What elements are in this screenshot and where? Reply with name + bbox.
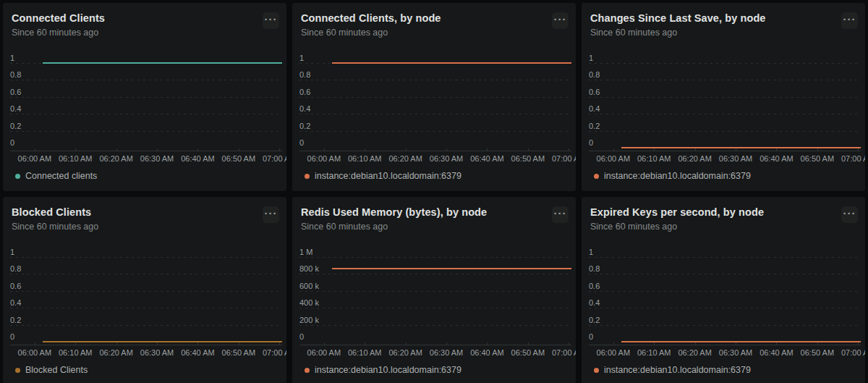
x-axis-tick <box>116 342 117 345</box>
x-axis-line <box>10 151 282 151</box>
gridline <box>299 80 571 80</box>
panel-title: Expired Keys per second, by node <box>590 206 833 218</box>
x-axis-tick <box>239 148 239 151</box>
x-axis-tick <box>858 148 859 151</box>
y-axis-label: 0.2 <box>299 122 310 130</box>
panel-title: Changes Since Last Save, by node <box>590 12 833 24</box>
x-axis-label: 06:20 AM <box>99 348 132 358</box>
panel-menu-button[interactable]: ··· <box>841 206 858 223</box>
x-axis-tick <box>695 148 696 151</box>
legend-label: Connected clients <box>25 171 97 181</box>
x-axis-tick <box>35 148 35 151</box>
gridline <box>589 291 861 292</box>
y-axis-label: 0.2 <box>10 122 21 130</box>
plot-area: 10.80.60.40.20 <box>299 63 571 148</box>
panel-subtitle: Since 60 minutes ago <box>301 28 544 38</box>
y-axis-label: 0 <box>10 332 14 341</box>
x-axis-label: 06:40 AM <box>760 348 793 358</box>
x-axis-tick <box>279 342 280 345</box>
x-axis-label: 06:30 AM <box>140 154 174 164</box>
panel-menu-button[interactable]: ··· <box>263 206 279 223</box>
plot-area: 10.80.60.40.20 <box>589 63 861 148</box>
x-axis-tick <box>736 342 736 345</box>
ellipsis-icon: ··· <box>843 210 856 217</box>
x-axis-label: 06:50 AM <box>222 154 255 164</box>
plot-area: 1 M800 k600 k400 k200 k0 <box>299 257 571 342</box>
x-axis-labels: 06:00 AM06:10 AM06:20 AM06:30 AM06:40 AM… <box>299 348 571 358</box>
x-axis-label: 06:10 AM <box>348 154 381 164</box>
y-axis-label: 0.6 <box>589 282 600 290</box>
legend-color-dot <box>305 368 310 373</box>
x-axis-labels: 06:00 AM06:10 AM06:20 AM06:30 AM06:40 AM… <box>10 154 282 164</box>
x-axis-tick <box>487 342 488 345</box>
panel-menu-button[interactable]: ··· <box>263 12 279 29</box>
legend-item[interactable]: instance:debian10.localdomain:6379 <box>305 365 461 375</box>
x-axis-tick <box>528 342 529 345</box>
x-axis-tick <box>654 148 655 151</box>
x-axis-tick <box>239 342 239 345</box>
series-line <box>332 268 571 269</box>
x-axis-tick <box>157 342 158 345</box>
gridline <box>299 274 571 274</box>
gridline <box>589 274 861 274</box>
x-axis-tick <box>406 148 407 151</box>
legend-item[interactable]: instance:debian10.localdomain:6379 <box>594 171 751 181</box>
gridline <box>10 114 282 114</box>
legend-color-dot <box>594 368 599 373</box>
x-axis-label: 06:50 AM <box>511 348 545 358</box>
legend-item[interactable]: instance:debian10.localdomain:6379 <box>594 365 751 375</box>
x-axis-label: 06:00 AM <box>307 348 341 358</box>
x-axis-label: 06:00 AM <box>307 154 341 164</box>
ellipsis-icon: ··· <box>554 16 567 23</box>
panel-subtitle: Since 60 minutes ago <box>590 222 833 232</box>
legend-color-dot <box>15 368 20 373</box>
plot-area: 10.80.60.40.20 <box>10 257 282 342</box>
x-axis-labels: 06:00 AM06:10 AM06:20 AM06:30 AM06:40 AM… <box>589 154 861 164</box>
gridline <box>10 308 282 308</box>
panel-menu-button[interactable]: ··· <box>552 206 569 223</box>
x-axis-label: 06:20 AM <box>388 154 422 164</box>
y-axis-label: 0.6 <box>299 88 310 96</box>
y-axis-label: 800 k <box>299 264 319 273</box>
y-axis-label: 0 <box>589 138 593 147</box>
x-axis-tick <box>197 148 198 151</box>
dashboard-grid: Connected Clients Since 60 minutes ago ·… <box>0 0 868 383</box>
chart-panel: Connected Clients Since 60 minutes ago ·… <box>3 3 286 191</box>
y-axis-label: 1 <box>10 54 14 62</box>
legend-color-dot <box>594 174 599 179</box>
x-axis-label: 06:00 AM <box>597 154 630 164</box>
x-axis-tick <box>613 148 614 151</box>
x-axis-tick <box>817 342 818 345</box>
x-axis-label: 07:00 AM <box>841 348 865 358</box>
y-axis-label: 0.8 <box>589 264 600 273</box>
y-axis-label: 0.4 <box>589 104 600 113</box>
x-axis-label: 06:40 AM <box>760 154 793 164</box>
panel-menu-button[interactable]: ··· <box>841 12 858 29</box>
x-axis-tick <box>654 342 655 345</box>
x-axis-tick <box>446 342 447 345</box>
y-axis-label: 0.2 <box>10 316 21 324</box>
x-axis-tick <box>569 148 569 151</box>
legend-item[interactable]: Blocked Clients <box>15 365 88 375</box>
legend-item[interactable]: instance:debian10.localdomain:6379 <box>305 171 461 181</box>
y-axis-label: 0 <box>299 138 304 147</box>
x-axis-label: 06:40 AM <box>470 154 503 164</box>
x-axis-label: 06:20 AM <box>99 154 132 164</box>
y-axis-label: 0.4 <box>10 104 21 113</box>
y-axis-label: 0.8 <box>10 264 21 273</box>
y-axis-label: 1 <box>299 54 304 62</box>
plot-area: 10.80.60.40.20 <box>589 257 861 342</box>
x-axis-tick <box>613 342 614 345</box>
panel-subtitle: Since 60 minutes ago <box>301 222 544 232</box>
y-axis-label: 1 <box>589 54 593 62</box>
gridline <box>299 308 571 308</box>
panel-subtitle: Since 60 minutes ago <box>12 28 255 38</box>
x-axis-tick <box>75 148 76 151</box>
panel-title: Connected Clients, by node <box>301 12 544 24</box>
legend-label: instance:debian10.localdomain:6379 <box>315 171 461 181</box>
x-axis-tick <box>365 148 365 151</box>
panel-menu-button[interactable]: ··· <box>552 12 569 29</box>
legend-item[interactable]: Connected clients <box>15 171 97 181</box>
gridline <box>10 325 282 326</box>
chart-panel: Expired Keys per second, by node Since 6… <box>582 197 865 383</box>
